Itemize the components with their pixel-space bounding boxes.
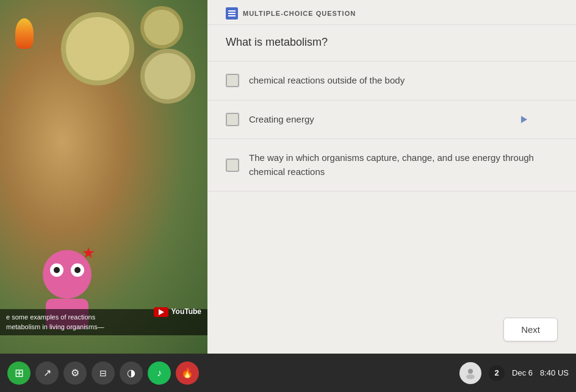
activity-taskbar-icon[interactable]: ↗	[35, 362, 59, 385]
spotify-taskbar-icon[interactable]: ♪	[148, 362, 171, 385]
answer-option-1[interactable]: chemical reactions outside of the body	[207, 62, 576, 101]
video-caption: e some examples of reactions metabolism …	[0, 309, 207, 335]
taskbar-time: 8:40 US	[540, 368, 569, 377]
question-type-label: MULTIPLE-CHOICE QUESTION	[243, 10, 356, 17]
gear-large	[61, 12, 134, 85]
windows-taskbar-icon[interactable]: ⊟	[92, 362, 115, 385]
next-button[interactable]: Next	[503, 318, 558, 341]
rocket-taskbar-icon[interactable]: 🔥	[176, 362, 199, 385]
cursor-indicator	[521, 116, 527, 123]
taskbar-date: Dec 6	[512, 368, 533, 377]
answer-checkbox-2[interactable]	[226, 113, 239, 126]
answer-text-1: chemical reactions outside of the body	[249, 74, 405, 88]
answer-option-3[interactable]: The way in which organisms capture, chan…	[207, 139, 576, 191]
youtube-badge: YouTube	[154, 307, 201, 317]
taskbar-right: 2 Dec 6 8:40 US	[459, 362, 569, 384]
mcq-icon	[226, 7, 238, 20]
answer-text-3: The way in which organisms capture, chan…	[249, 151, 558, 179]
apps-taskbar-icon[interactable]: ⊞	[7, 362, 31, 385]
user-icon	[464, 367, 477, 379]
answer-text-2: Creating energy	[249, 113, 314, 127]
settings-taskbar-icon[interactable]: ⚙	[63, 362, 87, 385]
youtube-play-icon	[154, 307, 168, 317]
question-text: What is metabolism?	[207, 25, 576, 62]
user-avatar[interactable]	[459, 362, 481, 384]
video-thumbnail[interactable]: e some examples of reactions metabolism …	[0, 0, 207, 354]
next-button-area: Next	[207, 305, 576, 354]
gear-medium	[140, 49, 195, 104]
video-panel: e some examples of reactions metabolism …	[0, 0, 207, 354]
notification-badge[interactable]: 2	[489, 365, 505, 381]
question-header: MULTIPLE-CHOICE QUESTION	[207, 0, 576, 25]
svg-point-0	[468, 369, 473, 374]
quiz-panel: MULTIPLE-CHOICE QUESTION What is metabol…	[207, 0, 576, 354]
gear-small	[140, 6, 183, 49]
flame-decoration	[12, 18, 37, 55]
answer-option-2[interactable]: Creating energy	[207, 101, 576, 140]
svg-point-1	[466, 374, 475, 379]
answer-checkbox-3[interactable]	[226, 159, 239, 172]
taskbar: ⊞ ↗ ⚙ ⊟ ◑ ♪ 🔥 2 Dec 6 8:40 US	[0, 354, 576, 392]
answer-checkbox-1[interactable]	[226, 74, 239, 87]
browser-taskbar-icon[interactable]: ◑	[120, 362, 143, 385]
